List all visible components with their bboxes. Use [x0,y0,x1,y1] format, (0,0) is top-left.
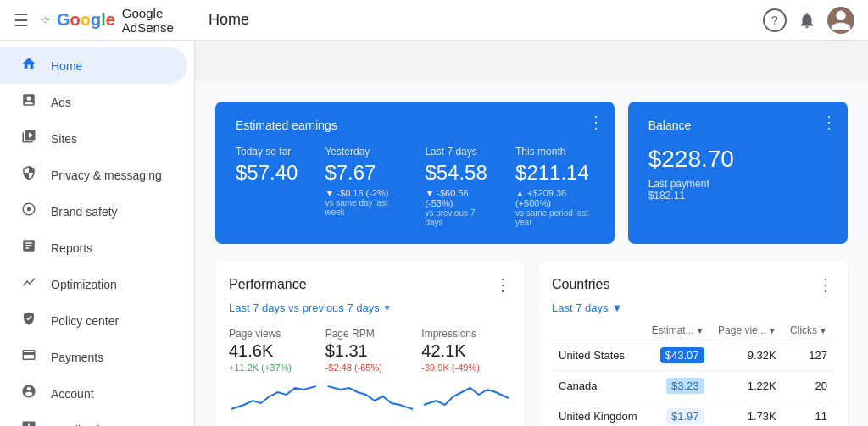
table-header-row: Estimat... ▼ Page vie... ▼ [552,321,834,340]
sparkline-pageviews-svg [229,379,319,413]
col-pageviews[interactable]: Page vie... ▼ [711,321,783,340]
last-payment-label: Last payment [648,178,709,190]
table-row: United States $43.07 9.32K 127 [552,340,834,371]
svg-point-0 [27,207,31,212]
sidebar-item-optimization[interactable]: Optimization [0,266,187,302]
this-month-label: This month [515,146,594,158]
metric-pageviews-change: +11.2K (+37%) [229,362,319,373]
menu-icon[interactable]: ☰ [14,10,29,30]
metric-rpm-label: Page RPM [326,328,415,340]
help-button[interactable]: ? [763,8,787,32]
yesterday-change: ▼ -$0.16 (-2%) [325,188,398,198]
header-right: ? [763,7,868,34]
yesterday-change-icon: ▼ [325,188,334,198]
logo-o1: o [70,10,81,29]
col-estimate[interactable]: Estimat... ▼ [644,321,710,340]
home-icon [20,56,37,75]
logo-g: G [57,10,70,29]
logo-container: Google Google AdSense [39,6,181,35]
pageviews-value: 9.32K [711,340,783,371]
countries-title: Countries [552,277,609,292]
sidebar-item-ads-label: Ads [51,96,71,109]
last7-change-sub: vs previous 7 days [425,208,488,227]
earnings-card-menu[interactable]: ⋮ [587,112,604,132]
last7-label: Last 7 days [425,146,488,158]
balance-card-menu[interactable]: ⋮ [821,112,837,132]
sparkline-rpm-svg [326,379,415,413]
this-month-value: $211.14 [515,161,594,185]
pageviews-value: 1.22K [711,371,783,401]
countries-filter-arrow: ▼ [612,302,623,314]
last7-value: $54.58 [425,161,488,185]
performance-filter[interactable]: Last 7 days vs previous 7 days ▼ [229,302,511,314]
page-title: Home [195,11,763,29]
sidebar-item-home[interactable]: Home [0,47,187,84]
estimate-value: $1.97 [644,401,710,427]
logo-e: e [106,10,115,29]
last7-change: ▼ -$60.56 (-53%) [425,188,488,208]
metric-impressions-change: -39.9K (-49%) [421,362,511,373]
sidebar-item-sites[interactable]: Sites [0,120,187,157]
countries-filter[interactable]: Last 7 days ▼ [552,302,834,314]
last-payment-value: $182.11 [648,190,685,202]
this-month-change: ▲ +$209.36 (+500%) [515,188,594,208]
logo-product-name: Google AdSense [122,6,181,35]
sidebar-item-sites-label: Sites [51,132,77,146]
country-name: Canada [552,371,644,401]
last7-change-icon: ▼ [425,188,434,198]
sidebar-item-payments[interactable]: Payments [0,339,187,375]
sidebar-item-account-label: Account [51,387,94,401]
sidebar-item-feedback-label: Feedback [51,423,103,427]
earnings-card: Estimated earnings ⋮ Today so far $57.40… [215,102,615,244]
table-row: Canada $3.23 1.22K 20 [552,371,834,401]
sidebar-item-brand-safety[interactable]: Brand safety [0,193,187,230]
sparkline-impressions-svg [421,379,511,413]
brand-icon [20,202,37,221]
account-icon [20,384,37,403]
sparkline-rpm [326,379,415,413]
earning-today: Today so far $57.40 [236,146,298,227]
earning-yesterday: Yesterday $7.67 ▼ -$0.16 (-2%) vs same d… [325,146,398,227]
sidebar-item-reports[interactable]: Reports [0,230,187,266]
performance-filter-label: Last 7 days vs previous 7 days [229,302,380,314]
countries-panel: Countries ⋮ Last 7 days ▼ [538,261,848,426]
col-country [552,321,644,340]
metric-pageviews-label: Page views [229,328,319,340]
sidebar-item-ads[interactable]: Ads [0,84,187,120]
sites-icon [20,129,37,148]
performance-panel-menu[interactable]: ⋮ [494,274,511,295]
metric-impressions-label: Impressions [421,328,511,340]
sidebar-item-privacy-messaging[interactable]: Privacy & messaging [0,157,187,193]
user-avatar[interactable] [827,7,854,34]
sidebar-item-policy-center[interactable]: Policy center [0,302,187,339]
estimate-value: $3.23 [644,371,710,401]
balance-amount: $228.70 [648,146,827,173]
sidebar-item-optimization-label: Optimization [51,278,117,291]
earning-last7: Last 7 days $54.58 ▼ -$60.56 (-53%) vs p… [425,146,488,227]
metric-pageviews: Page views 41.6K +11.2K (+37%) [229,328,319,373]
feedback-icon [20,420,37,426]
clicks-value: 20 [783,371,834,401]
google-logo-icon [39,10,52,30]
sparkline-impressions [421,379,511,413]
header-bar: ☰ Google Google AdSense Home ? [0,0,868,41]
earnings-card-title: Estimated earnings [236,119,594,132]
performance-panel: Performance ⋮ Last 7 days vs previous 7 … [215,261,525,426]
main-scroll-area: Estimated earnings ⋮ Today so far $57.40… [195,81,868,426]
countries-panel-menu[interactable]: ⋮ [817,274,834,295]
performance-panel-header: Performance ⋮ [229,274,511,295]
sidebar-item-feedback[interactable]: Feedback [0,412,187,426]
sidebar-item-account[interactable]: Account [0,375,187,412]
yesterday-change-text: -$0.16 (-2%) [337,188,388,198]
sparkline-pageviews [229,379,319,413]
pageviews-value: 1.73K [711,401,783,427]
countries-filter-label: Last 7 days [552,302,609,314]
ads-icon [20,92,37,112]
country-name: United Kingdom [552,401,644,427]
col-clicks[interactable]: Clicks ▼ [783,321,834,340]
payments-icon [20,347,37,367]
countries-panel-header: Countries ⋮ [552,274,834,295]
notifications-button[interactable] [793,7,821,34]
metric-rpm-change: -$2.48 (-65%) [326,362,415,373]
metric-impressions-value: 42.1K [421,341,511,361]
